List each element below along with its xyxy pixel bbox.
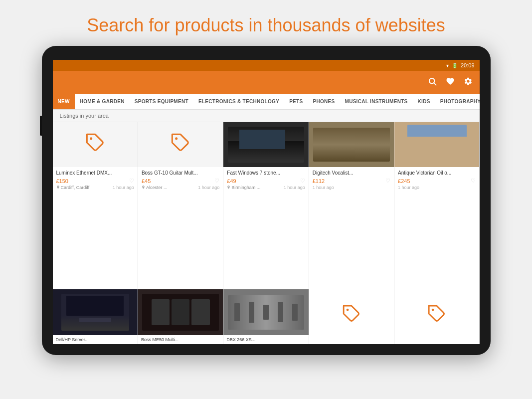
product-card-7[interactable]: Boss ME50 Multi...	[138, 289, 223, 344]
product-label-6: Dell/HP Server...	[53, 335, 138, 344]
tag-icon-2	[171, 133, 190, 157]
cat-pets[interactable]: PETS	[284, 94, 308, 109]
product-location-1: Cardiff, Cardiff	[56, 185, 90, 190]
product-time-2: 1 hour ago	[198, 185, 219, 190]
tablet-screen: ▾ 🔋 20:09 NEW HOME & GARDEN SPORTS EQUIP…	[53, 60, 480, 344]
product-time-3: 1 hour ago	[284, 185, 305, 190]
product-image-6	[53, 289, 138, 335]
tablet-side-button	[40, 116, 42, 136]
svg-point-5	[432, 309, 434, 311]
cat-new[interactable]: NEW	[53, 94, 75, 109]
product-title-3: Fast Windows 7 stone...	[227, 170, 305, 176]
product-card-4[interactable]: Digitech Vocalist... £112 ♡ 1 hour ago	[309, 122, 394, 289]
product-grid-row2: Dell/HP Server... Boss ME50 Multi...	[53, 289, 480, 344]
product-image-3	[223, 122, 308, 167]
product-card-6[interactable]: Dell/HP Server...	[53, 289, 138, 344]
product-meta-2: Alcester ... 1 hour ago	[142, 185, 219, 190]
headline: Search for products in thousands of webs…	[30, 15, 502, 36]
product-meta-4: 1 hour ago	[313, 185, 390, 190]
product-image-4	[309, 122, 394, 167]
product-title-1: Luminex Ethernet DMX...	[56, 170, 134, 176]
product-image-9	[309, 289, 394, 340]
tag-icon-9	[342, 304, 361, 325]
product-meta-5: 1 hour ago	[398, 185, 476, 190]
top-banner: Search for products in thousands of webs…	[0, 0, 532, 46]
product-image-8	[223, 289, 308, 335]
product-location-2: Alcester ...	[142, 185, 168, 190]
product-card-3[interactable]: Fast Windows 7 stone... £49 ♡ Birmingham…	[223, 122, 308, 289]
product-price-5: £245	[398, 178, 410, 184]
svg-point-2	[90, 137, 92, 140]
favorites-icon[interactable]	[446, 77, 455, 88]
product-card-2[interactable]: Boss GT-10 Guitar Mult... £45 ♡ Alcester…	[138, 122, 223, 289]
product-card-5[interactable]: Antique Victorian Oil o... £245 ♡ 1 hour…	[394, 122, 479, 289]
product-label-8: DBX 266 XS...	[223, 335, 308, 344]
heart-icon-4[interactable]: ♡	[385, 178, 390, 184]
cat-kids[interactable]: KIDS	[413, 94, 435, 109]
product-info-4: Digitech Vocalist... £112 ♡ 1 hour ago	[309, 167, 394, 289]
product-price-3: £49	[227, 178, 236, 184]
product-price-2: £45	[142, 178, 151, 184]
product-location-3: Birmingham ...	[227, 185, 260, 190]
cat-phones[interactable]: PHONES	[308, 94, 340, 109]
product-title-5: Antique Victorian Oil o...	[398, 170, 476, 176]
heart-icon-5[interactable]: ♡	[471, 178, 476, 184]
wifi-icon: ▾	[446, 63, 449, 68]
product-image-5	[394, 122, 479, 167]
product-info-3: Fast Windows 7 stone... £49 ♡ Birmingham…	[223, 167, 308, 289]
product-image-2	[138, 122, 223, 167]
cat-home-garden[interactable]: HOME & GARDEN	[75, 94, 130, 109]
keyboard-art	[313, 128, 389, 162]
product-card-8[interactable]: DBX 266 XS...	[223, 289, 308, 344]
product-time-4: 1 hour ago	[313, 185, 334, 190]
cat-photography[interactable]: PHOTOGRAPHY	[435, 94, 480, 109]
product-info-5: Antique Victorian Oil o... £245 ♡ 1 hour…	[394, 167, 479, 289]
tag-icon-1	[85, 133, 105, 157]
product-price-4: £112	[313, 178, 325, 184]
product-time-5: 1 hour ago	[398, 185, 419, 190]
tag-icon-10	[427, 304, 446, 325]
product-image-1	[53, 122, 138, 167]
status-time: 20:09	[461, 62, 475, 68]
svg-point-4	[347, 309, 349, 311]
heart-icon-1[interactable]: ♡	[129, 178, 134, 184]
status-bar: ▾ 🔋 20:09	[53, 60, 480, 71]
product-card-10[interactable]	[394, 289, 479, 344]
battery-icon: 🔋	[452, 63, 458, 68]
svg-point-3	[175, 137, 177, 140]
app-toolbar	[53, 71, 480, 94]
product-card-1[interactable]: Luminex Ethernet DMX... £150 ♡ Cardiff, …	[53, 122, 138, 289]
product-label-10	[394, 340, 479, 344]
tablet-device: ▾ 🔋 20:09 NEW HOME & GARDEN SPORTS EQUIP…	[42, 46, 491, 355]
product-image-7	[138, 289, 223, 335]
cat-music[interactable]: MUSICAL INSTRUMENTS	[340, 94, 413, 109]
product-grid-row1: Luminex Ethernet DMX... £150 ♡ Cardiff, …	[53, 122, 480, 289]
product-image-10	[394, 289, 479, 340]
product-time-1: 1 hour ago	[113, 185, 134, 190]
product-info-1: Luminex Ethernet DMX... £150 ♡ Cardiff, …	[53, 167, 138, 289]
laptop-art	[228, 127, 304, 163]
listings-header: Listings in your area	[53, 110, 480, 122]
heart-icon-3[interactable]: ♡	[300, 178, 305, 184]
product-price-1: £150	[56, 178, 68, 184]
cat-electronics[interactable]: ELECTRONICS & TECHNOLOGY	[193, 94, 284, 109]
cat-sports[interactable]: SPORTS EQUIPMENT	[130, 94, 193, 109]
heart-icon-2[interactable]: ♡	[214, 178, 219, 184]
product-title-4: Digitech Vocalist...	[313, 170, 390, 176]
settings-icon[interactable]	[464, 77, 473, 88]
svg-line-1	[434, 83, 436, 85]
portrait-art	[407, 125, 467, 165]
product-info-2: Boss GT-10 Guitar Mult... £45 ♡ Alcester…	[138, 167, 223, 289]
product-label-9	[309, 340, 394, 344]
product-label-7: Boss ME50 Multi...	[138, 335, 223, 344]
product-title-2: Boss GT-10 Guitar Mult...	[142, 170, 219, 176]
search-icon[interactable]	[428, 77, 437, 88]
category-nav: NEW HOME & GARDEN SPORTS EQUIPMENT ELECT…	[53, 94, 480, 110]
product-meta-3: Birmingham ... 1 hour ago	[227, 185, 305, 190]
product-card-9[interactable]	[309, 289, 394, 344]
product-meta-1: Cardiff, Cardiff 1 hour ago	[56, 185, 134, 190]
